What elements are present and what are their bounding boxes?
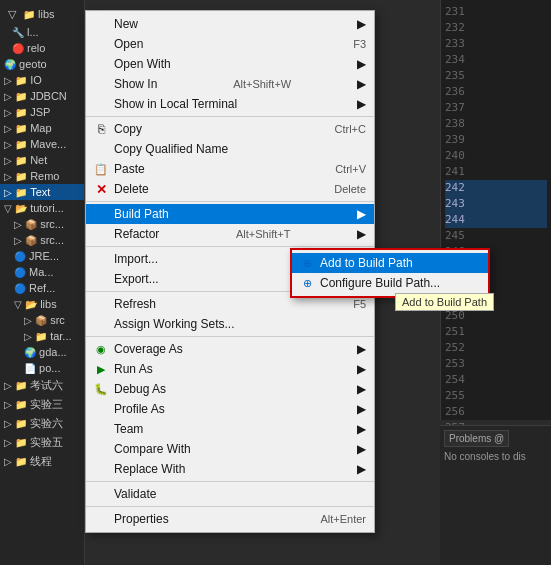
menu-item-profile-as[interactable]: Profile As ▶ [86,399,374,419]
tab-problems[interactable]: Problems @ [444,430,509,447]
tree-item-shiyan3[interactable]: ▷ 📁 实验三 [0,395,84,414]
menu-item-compare-with[interactable]: Compare With ▶ [86,439,374,459]
menu-label-properties: Properties [114,512,169,526]
replace-icon [92,460,110,478]
tree-item-jsp[interactable]: ▷ 📁 JSP [0,104,84,120]
tree-item-ma[interactable]: 🔵 Ma... [0,264,84,280]
tree-item-po[interactable]: 📄 po... [0,360,84,376]
copy-qualified-icon [92,140,110,158]
configure-build-path-icon: ⊕ [298,274,316,292]
menu-item-team[interactable]: Team ▶ [86,419,374,439]
menu-item-properties[interactable]: Properties Alt+Enter [86,509,374,529]
separator-1 [86,116,374,117]
import-icon [92,250,110,268]
menu-label-copy-qualified: Copy Qualified Name [114,142,228,156]
debug-as-arrow: ▶ [347,382,366,396]
tree-item-ref[interactable]: 🔵 Ref... [0,280,84,296]
tree-item-libs[interactable]: ▽ 📁 libs [0,4,84,24]
team-icon [92,420,110,438]
tree-item-gda[interactable]: 🌍 gda... [0,344,84,360]
tree-item-l[interactable]: 🔧 l... [0,24,84,40]
code-editor-panel: 231232233234235 236237238239240 241242 2… [440,0,551,420]
menu-item-replace-with[interactable]: Replace With ▶ [86,459,374,479]
menu-label-show-local: Show in Local Terminal [114,97,237,111]
menu-item-open[interactable]: Open F3 [86,34,374,54]
assign-icon [92,315,110,333]
menu-item-validate[interactable]: Validate [86,484,374,504]
refresh-shortcut: F5 [333,298,366,310]
separator-5 [86,336,374,337]
tree-item-geoto[interactable]: 🌍 geoto [0,56,84,72]
tree-item-shiyan5[interactable]: ▷ 📁 实验五 [0,433,84,452]
replace-arrow: ▶ [347,462,366,476]
menu-label-refactor: Refactor [114,227,159,241]
menu-label-build-path: Build Path [114,207,169,221]
validate-icon [92,485,110,503]
menu-item-refactor[interactable]: Refactor Alt+Shift+T ▶ [86,224,374,244]
refactor-arrow: ▶ [347,227,366,241]
menu-item-copy[interactable]: ⎘ Copy Ctrl+C [86,119,374,139]
tree-item-libs2[interactable]: ▽ 📂 libs [0,296,84,312]
menu-item-coverage-as[interactable]: ◉ Coverage As ▶ [86,339,374,359]
show-in-arrow: ▶ [347,77,366,91]
menu-item-new[interactable]: New ▶ [86,14,374,34]
tree-item-tar[interactable]: ▷ 📁 tar... [0,328,84,344]
build-path-arrow: ▶ [347,207,366,221]
menu-item-delete[interactable]: ✕ Delete Delete [86,179,374,199]
menu-item-assign-working-sets[interactable]: Assign Working Sets... [86,314,374,334]
show-in-icon [92,75,110,93]
submenu-item-configure-build-path[interactable]: ⊕ Configure Build Path... [292,273,488,293]
tree-item-xiancheng[interactable]: ▷ 📁 线程 [0,452,84,471]
tree-item-net[interactable]: ▷ 📁 Net [0,152,84,168]
add-to-build-path-icon: ⊕ [298,254,316,272]
tree-item-shiyan6[interactable]: ▷ 📁 实验六 [0,414,84,433]
add-to-build-path-tooltip: Add to Build Path [395,293,494,311]
run-as-arrow: ▶ [347,362,366,376]
tree-item-src1[interactable]: ▷ 📦 src... [0,216,84,232]
submenu-item-add-to-build-path[interactable]: ⊕ Add to Build Path [292,253,488,273]
menu-item-show-in[interactable]: Show In Alt+Shift+W ▶ [86,74,374,94]
menu-item-paste[interactable]: 📋 Paste Ctrl+V [86,159,374,179]
tree-item-mave[interactable]: ▷ 📁 Mave... [0,136,84,152]
delete-shortcut: Delete [314,183,366,195]
separator-6 [86,481,374,482]
tree-item-jre[interactable]: 🔵 JRE... [0,248,84,264]
menu-item-copy-qualified[interactable]: Copy Qualified Name [86,139,374,159]
menu-label-refresh: Refresh [114,297,156,311]
bottom-tabs: Problems @ [444,430,547,447]
open-icon [92,35,110,53]
tree-item-jdbc[interactable]: ▷ 📁 JDBCN [0,88,84,104]
menu-item-build-path[interactable]: Build Path ▶ [86,204,374,224]
arrow-icon: ▶ [347,17,366,31]
menu-item-open-with[interactable]: Open With ▶ [86,54,374,74]
tree-item-map[interactable]: ▷ 📁 Map [0,120,84,136]
show-in-shortcut: Alt+Shift+W [213,78,291,90]
menu-item-run-as[interactable]: ▶ Run As ▶ [86,359,374,379]
menu-label-assign: Assign Working Sets... [114,317,235,331]
tree-item-tutori[interactable]: ▽ 📂 tutori... [0,200,84,216]
tree-item-src2[interactable]: ▷ 📦 src... [0,232,84,248]
menu-label-open: Open [114,37,143,51]
tree-item-relo[interactable]: 🔴 relo [0,40,84,56]
delete-icon: ✕ [92,180,110,198]
tree-item-src3[interactable]: ▷ 📦 src [0,312,84,328]
tree-item-io[interactable]: ▷ 📁 IO [0,72,84,88]
tooltip-text: Add to Build Path [402,296,487,308]
tree-item-kaoshi6[interactable]: ▷ 📁 考试六 [0,376,84,395]
menu-item-show-local[interactable]: Show in Local Terminal ▶ [86,94,374,114]
tree-item-text[interactable]: ▷ 📁 Text [0,184,84,200]
separator-7 [86,506,374,507]
tree-item-remo[interactable]: ▷ 📁 Remo [0,168,84,184]
menu-label-open-with: Open With [114,57,171,71]
build-path-icon [92,205,110,223]
menu-item-debug-as[interactable]: 🐛 Debug As ▶ [86,379,374,399]
export-icon [92,270,110,288]
menu-label-profile-as: Profile As [114,402,165,416]
menu-label-compare-with: Compare With [114,442,191,456]
compare-icon [92,440,110,458]
separator-3 [86,246,374,247]
open-shortcut: F3 [333,38,366,50]
menu-label-export: Export... [114,272,159,286]
menu-label-replace-with: Replace With [114,462,185,476]
properties-shortcut: Alt+Enter [300,513,366,525]
